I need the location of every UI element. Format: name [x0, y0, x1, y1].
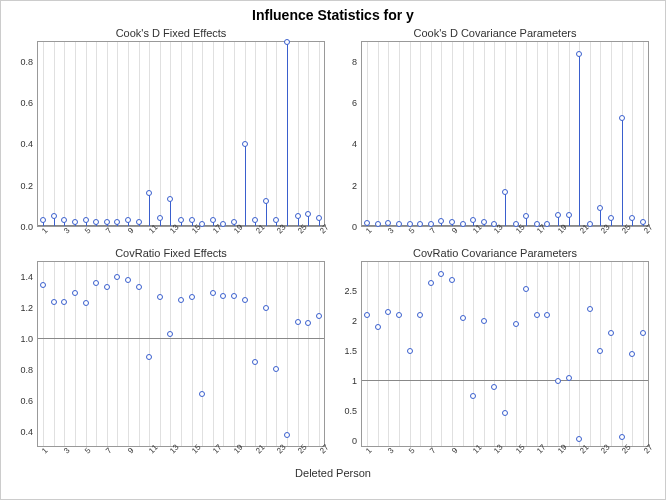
gridline: [287, 262, 288, 446]
data-marker: [396, 312, 402, 318]
gridline: [255, 262, 256, 446]
data-marker: [629, 351, 635, 357]
data-marker: [555, 212, 561, 218]
gridline: [632, 42, 633, 226]
data-marker: [587, 306, 593, 312]
gridline: [64, 262, 65, 446]
data-marker: [305, 320, 311, 326]
data-marker: [428, 280, 434, 286]
data-marker: [640, 330, 646, 336]
gridline: [484, 42, 485, 226]
gridline: [452, 262, 453, 446]
data-marker: [534, 312, 540, 318]
y-tick-label: 6: [352, 98, 357, 108]
gridline: [117, 262, 118, 446]
plot-surface: [361, 41, 649, 227]
data-marker: [523, 286, 529, 292]
plot-surface: [37, 41, 325, 227]
x-tick-label: 5: [407, 226, 417, 236]
gridline: [516, 262, 517, 446]
data-marker: [502, 410, 508, 416]
gridline: [96, 42, 97, 226]
panel-grid: Cook's D Fixed Effects 0.00.20.40.60.8 1…: [1, 25, 665, 465]
stem: [245, 144, 246, 226]
data-marker: [263, 198, 269, 204]
data-marker: [40, 282, 46, 288]
x-axis-label: Deleted Person: [1, 465, 665, 485]
gridline: [441, 262, 442, 446]
gridline: [192, 42, 193, 226]
gridline: [107, 42, 108, 226]
gridline: [181, 42, 182, 226]
panel-cooks-d-fixed: Cook's D Fixed Effects 0.00.20.40.60.8 1…: [9, 25, 333, 245]
data-marker: [460, 315, 466, 321]
y-axis: 00.511.522.5: [333, 261, 361, 447]
y-tick-label: 0.8: [20, 365, 33, 375]
gridline: [399, 42, 400, 226]
gridline: [75, 42, 76, 226]
x-tick-label: 1: [364, 226, 374, 236]
data-marker: [146, 190, 152, 196]
gridline: [234, 262, 235, 446]
data-marker: [178, 217, 184, 223]
x-tick-label: 7: [428, 446, 438, 456]
gridline: [86, 262, 87, 446]
gridline: [43, 42, 44, 226]
y-axis: 0.40.60.81.01.21.4: [9, 261, 37, 447]
gridline: [611, 262, 612, 446]
x-axis: 13579111315171921232527: [37, 227, 325, 245]
gridline: [643, 42, 644, 226]
gridline: [213, 42, 214, 226]
gridline: [160, 262, 161, 446]
data-marker: [40, 217, 46, 223]
data-marker: [136, 284, 142, 290]
data-marker: [167, 331, 173, 337]
gridline: [96, 262, 97, 446]
data-marker: [417, 312, 423, 318]
y-tick-label: 0.6: [20, 98, 33, 108]
data-marker: [242, 297, 248, 303]
data-marker: [640, 219, 646, 225]
data-marker: [481, 219, 487, 225]
y-tick-label: 0: [352, 222, 357, 232]
x-axis: 13579111315171921232527: [37, 447, 325, 465]
gridline: [54, 262, 55, 446]
x-tick-label: 9: [126, 446, 136, 456]
data-marker: [252, 217, 258, 223]
figure-title: Influence Statistics for y: [1, 1, 665, 25]
y-tick-label: 0.8: [20, 57, 33, 67]
data-marker: [273, 217, 279, 223]
gridline: [276, 262, 277, 446]
y-tick-label: 1: [352, 376, 357, 386]
data-marker: [146, 354, 152, 360]
data-marker: [199, 391, 205, 397]
gridline: [611, 42, 612, 226]
x-tick-label: 9: [126, 226, 136, 236]
gridline: [54, 42, 55, 226]
x-axis: 13579111315171921232527: [361, 227, 649, 245]
y-tick-label: 0: [352, 436, 357, 446]
gridline: [367, 262, 368, 446]
stem: [149, 193, 150, 226]
panel-title: CovRatio Fixed Effects: [9, 245, 333, 261]
y-tick-label: 2: [352, 181, 357, 191]
y-axis: 02468: [333, 41, 361, 227]
gridline: [622, 262, 623, 446]
data-marker: [157, 294, 163, 300]
x-tick-label: 7: [104, 226, 114, 236]
data-marker: [242, 141, 248, 147]
gridline: [431, 262, 432, 446]
panel-cooks-d-cov: Cook's D Covariance Parameters 02468 135…: [333, 25, 657, 245]
x-tick-label: 5: [407, 446, 417, 456]
gridline: [600, 42, 601, 226]
gridline: [378, 262, 379, 446]
data-marker: [608, 215, 614, 221]
gridline: [590, 262, 591, 446]
gridline: [298, 262, 299, 446]
gridline: [388, 262, 389, 446]
gridline: [463, 262, 464, 446]
x-tick-label: 1: [364, 446, 374, 456]
gridline: [484, 262, 485, 446]
data-marker: [72, 290, 78, 296]
gridline: [463, 42, 464, 226]
